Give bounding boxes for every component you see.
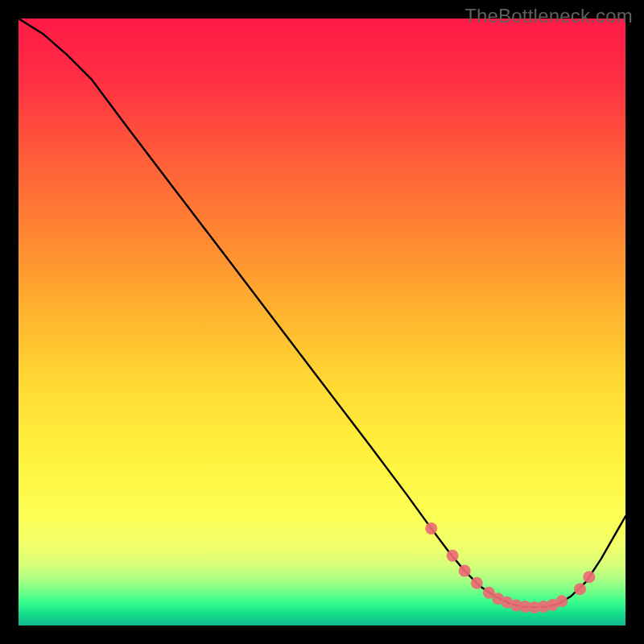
plot-area <box>19 19 625 625</box>
marker-group <box>425 522 595 613</box>
chart-frame: TheBottleneck.com <box>0 0 644 644</box>
data-marker <box>555 595 568 607</box>
data-marker <box>425 522 437 535</box>
data-marker <box>583 571 595 583</box>
data-marker <box>447 550 459 562</box>
data-marker <box>459 565 471 577</box>
line-layer <box>19 19 625 625</box>
watermark-text: TheBottleneck.com <box>464 5 633 27</box>
curve-path <box>19 19 625 607</box>
data-marker <box>574 583 586 595</box>
data-marker <box>471 577 483 589</box>
